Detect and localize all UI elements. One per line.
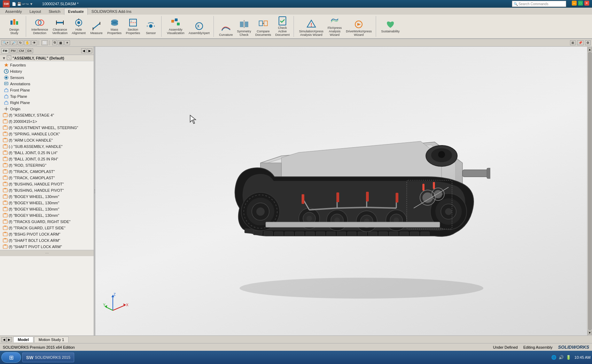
expand-icon: ▼ [2, 56, 6, 60]
view-selector-button[interactable]: 👁 [31, 40, 37, 45]
tree-item-adjustment-wheel[interactable]: (f) "ADJUSTMENT WHEEL, STEERING" [0, 125, 94, 131]
logo-text: SW [4, 2, 9, 6]
tree-item-icon-bogey-3 [3, 206, 8, 212]
tree-item-shaft-bolt[interactable]: (f) "SHAFT BOLT LOCK ARM" [0, 237, 94, 244]
tree-item-annotations[interactable]: Annotations [0, 81, 94, 87]
design-study-button[interactable]: DesignStudy [6, 17, 23, 36]
tree-item-20000415[interactable]: (f) 20000415<1> [0, 118, 94, 125]
tree-item-bogey-2[interactable]: (f) "BOGEY WHEEL, 130mm" [0, 200, 94, 206]
tree-item-tracks-guard-right[interactable]: (f) "TRACKS GUARD, RIGHT SIDE" [0, 219, 94, 225]
close-button[interactable]: ✕ [584, 1, 589, 6]
check-active-document-button[interactable]: CheckActiveDocument [274, 15, 291, 38]
search-dropdown-icon[interactable]: ▼ [561, 2, 564, 6]
window-arrange-button[interactable]: ⊞ [570, 40, 576, 45]
lighting-button[interactable]: ☀ [64, 40, 70, 45]
tab-prev-button[interactable]: ◀ [1, 337, 7, 342]
tree-item-spring-handle[interactable]: (f) "SPRING, HANDLE LOCK" [0, 131, 94, 137]
tab-evaluate[interactable]: Evaluate [64, 8, 87, 15]
scroll-down-button[interactable]: ▼ [588, 331, 592, 335]
tree-item-bshg-pivot[interactable]: (f) "BSHG PIVOT LOCK ARM" [0, 231, 94, 237]
tree-item-bogey-3[interactable]: (f) "BOGEY WHEEL, 130mm" [0, 206, 94, 212]
task-pane-button[interactable]: 📌 [577, 40, 584, 45]
assembly-visualization-button[interactable]: AssemblyVisualization [166, 17, 185, 36]
tree-item-assembly-stage4[interactable]: (f) "ASSEMBLY, STAGE 4" [0, 112, 94, 118]
assembly-root-item[interactable]: ▼ "ASSEMBLY, FINAL" (Default) [0, 55, 94, 61]
tree-item-right-plane[interactable]: Right Plane [0, 100, 94, 106]
tree-item-track-guard-left[interactable]: (f) "TRACK GUARD, LEFT SIDE" [0, 225, 94, 231]
tree-item-origin[interactable]: Origin [0, 106, 94, 112]
simulation-xpress-button[interactable]: SimulationXpressAnalysis Wizard [298, 19, 325, 38]
assembly-vis-items: AssemblyVisualization X AssemblyXpert [166, 17, 211, 36]
rotate-button[interactable]: ↻ [18, 40, 23, 45]
display-style-button[interactable]: ⬜ [41, 40, 48, 45]
scroll-up-button[interactable]: ▲ [588, 47, 592, 52]
zoom-button[interactable]: 🔎 [10, 40, 17, 45]
tree-item-rod-steering[interactable]: (f) "ROD, STEERING" [0, 162, 94, 168]
sensor-button[interactable]: Sensor [143, 21, 158, 36]
interference-detection-button[interactable]: InterferenceDetection [30, 17, 49, 36]
tree-item-top-plane[interactable]: Top Plane [0, 93, 94, 100]
3d-view-area[interactable]: Z X Y [95, 47, 587, 335]
tree-item-icon-origin [3, 106, 9, 112]
sustainability-button[interactable]: Sustainability [380, 19, 401, 34]
hole-alignment-button[interactable]: HoleAlignment [71, 17, 87, 36]
tree-item-shaft-pivot[interactable]: (f) "SHAFT PIVOT LOCK ARM" [0, 244, 94, 250]
tree-item-bushing-2[interactable]: (f) "BUSHING, HANDLE PIVOT" [0, 187, 94, 193]
view-scrollbar[interactable]: ▲ ▼ [587, 47, 592, 335]
tree-item-sub-assembly-handle[interactable]: (-) "SUB ASSEMBLY, HANDLE" [0, 143, 94, 150]
compare-documents-button[interactable]: CompareDocuments [254, 19, 272, 38]
tree-item-track-camoplast-1[interactable]: (f) "TRACK, CAMOPLAST" [0, 168, 94, 175]
expand-tree-button[interactable]: ▶ [87, 48, 92, 53]
tab-assembly[interactable]: Assembly [1, 8, 26, 15]
minimize-button[interactable]: ─ [572, 1, 577, 6]
start-button[interactable]: ⊞ [1, 352, 21, 363]
hide-show-button[interactable]: ⧉ [52, 40, 57, 45]
clearance-verification-button[interactable]: ClearanceVerification [51, 17, 69, 36]
tab-model[interactable]: Model [13, 337, 33, 342]
tree-item-track-camoplast-2[interactable]: (f) "TRACK, CAMOPLAST" [0, 175, 94, 181]
tree-scroll-indicator[interactable]: ⋯ [0, 250, 94, 256]
tab-sketch[interactable]: Sketch [45, 8, 64, 15]
scroll-thumb[interactable] [588, 52, 592, 330]
tree-item-bogey-1[interactable]: (f) "BOGEY WHEEL, 130mm" [0, 193, 94, 200]
tree-item-icon-bogey-4 [3, 213, 8, 218]
analysis-items: InterferenceDetection ClearanceVerificat… [30, 17, 158, 36]
tree-item-ball-joint-lh[interactable]: (f) "BALL JOINT, 0.25 IN LH" [0, 150, 94, 156]
tab-next-button[interactable]: ▶ [7, 337, 12, 342]
section-view-button[interactable]: ▦ [58, 40, 64, 45]
symmetry-check-button[interactable]: SymmetryCheck [236, 19, 252, 38]
zoom-to-fit-button[interactable]: 🔍+ [1, 40, 10, 45]
tree-item-sensors[interactable]: Sensors [0, 74, 94, 81]
search-bar[interactable]: 🔍 Search Commands ▼ [512, 1, 566, 7]
tab-motion-study-1[interactable]: Motion Study 1 [34, 337, 69, 342]
feature-manager-tab[interactable]: FM [1, 48, 9, 53]
pan-button[interactable]: ✋ [24, 40, 31, 45]
tree-item-icon-arm-lock [3, 137, 8, 143]
floxpress-button[interactable]: FloXpressAnalysisWizard [327, 15, 343, 38]
svg-rect-191 [433, 182, 435, 189]
tree-toolbar: FM PM CM DX ◀ ▶ [0, 47, 94, 55]
taskbar-item-solidworks[interactable]: SW SOLIDWORKS 2015 [22, 353, 74, 362]
tree-item-bogey-4[interactable]: (f) "BOGEY WHEEL, 130mm" [0, 212, 94, 219]
tree-item-front-plane[interactable]: Front Plane [0, 87, 94, 93]
measure-button[interactable]: Measure [89, 21, 104, 36]
dim-xpert-tab[interactable]: DX [26, 48, 33, 53]
section-properties-button[interactable]: A SectionProperties [125, 17, 141, 36]
options-button[interactable]: ⚙ [585, 40, 591, 45]
mass-properties-button[interactable]: MassProperties [106, 17, 123, 36]
driveworksxpress-button[interactable]: DriveWorksXpressWizard [345, 19, 373, 38]
curvature-button[interactable]: Curvature [218, 22, 234, 38]
tab-addins[interactable]: SOLIDWORKS Add-Ins [88, 8, 135, 15]
maximize-button[interactable]: □ [578, 1, 583, 6]
tree-item-ball-joint-rh[interactable]: (f) "BALL JOINT, 0.25 IN RH" [0, 156, 94, 162]
collapse-tree-button[interactable]: ◀ [81, 48, 86, 53]
svg-marker-51 [5, 95, 8, 96]
assemblyxpert-button[interactable]: X AssemblyXpert [188, 21, 211, 36]
config-manager-tab[interactable]: CM [18, 48, 25, 53]
tree-item-bushing-1[interactable]: (f) "BUSHING, HANDLE PIVOT" [0, 181, 94, 187]
tab-layout[interactable]: Layout [26, 8, 45, 15]
tree-item-history[interactable]: History [0, 68, 94, 74]
property-manager-tab[interactable]: PM [9, 48, 17, 53]
tree-item-favorites[interactable]: Favorites [0, 62, 94, 68]
tree-item-arm-lock[interactable]: (f) "ARM LOCK HANDLE" [0, 137, 94, 143]
